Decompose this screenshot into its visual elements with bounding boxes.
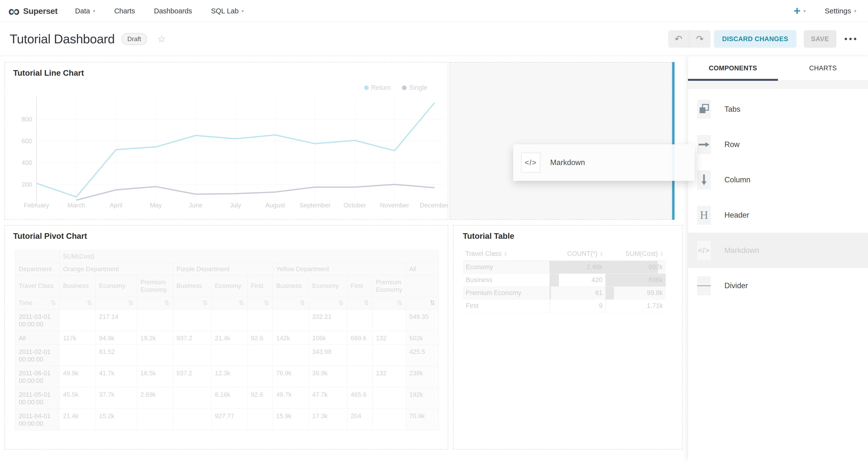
chevron-down-icon: ▾ (804, 8, 806, 14)
column-header-travel-class[interactable]: Travel Class▲▼ (463, 247, 550, 261)
pivot-value-cell: 47.7k (309, 388, 347, 409)
column-header-count[interactable]: COUNT(*)▲▼ (550, 247, 606, 261)
top-nav: ∞ Superset Data▾ChartsDashboardsSQL Lab▾… (0, 0, 868, 22)
pivot-value-cell (247, 345, 273, 366)
sidebar-item-tabs[interactable]: Tabs (688, 92, 868, 127)
nav-item-dashboards[interactable]: Dashboards (154, 7, 192, 15)
svg-text:April: April (110, 202, 122, 209)
sort-icon[interactable]: ⇅ (397, 299, 402, 307)
legend-label: Single (409, 84, 427, 92)
pivot-row-label: 2011-03-01 00:00:00 (15, 310, 60, 331)
cell-sum: 696k (606, 274, 666, 286)
pivot-sort-cell[interactable]: ⇅ (406, 297, 439, 310)
pivot-sort-cell[interactable]: ⇅ (373, 297, 406, 310)
line-chart-card[interactable]: Tutorial Line Chart 200400600800February… (4, 62, 448, 220)
sort-icon[interactable]: ⇅ (164, 299, 169, 307)
sidebar-strip (688, 81, 868, 89)
pivot-dimension-label: Travel Class (15, 276, 60, 297)
undo-button[interactable]: ↶ (668, 30, 689, 48)
cell-count: 420 (550, 274, 606, 286)
pivot-value-cell: 927.77 (212, 409, 247, 430)
legend-label: Return (371, 84, 391, 92)
legend-item-single[interactable]: Single (402, 84, 427, 92)
sidebar-item-markdown[interactable]: </>Markdown (688, 233, 868, 268)
sort-icon[interactable]: ⇅ (300, 299, 305, 307)
favorite-star-icon[interactable]: ☆ (157, 33, 166, 44)
pivot-class-header: Economy (309, 276, 347, 297)
pivot-value-cell: 92.6 (247, 331, 273, 345)
pivot-value-cell: 21.4k (212, 331, 247, 345)
pivot-value-cell: 92.6 (247, 388, 273, 409)
pivot-value-cell: 76.9k (273, 366, 309, 388)
sidebar-item-column[interactable]: Column (688, 162, 868, 197)
sort-carets-icon: ▲▼ (504, 251, 507, 256)
sort-icon[interactable]: ⇅ (203, 299, 208, 307)
pivot-value-cell (173, 388, 212, 409)
active-tab-underline (688, 79, 778, 81)
redo-button[interactable]: ↷ (689, 30, 711, 48)
sort-icon[interactable]: ⇅ (128, 299, 133, 307)
header-actions: ↶ ↷ DISCARD CHANGES SAVE (668, 30, 858, 48)
more-options-button[interactable] (843, 35, 858, 42)
nav-item-data[interactable]: Data▾ (75, 7, 95, 15)
cell-sum: 602k (606, 261, 666, 274)
pivot-sort-cell[interactable]: ⇅ (173, 297, 212, 310)
pivot-value-cell: 132 (373, 331, 406, 345)
sort-icon[interactable]: ⇅ (338, 299, 344, 307)
pivot-sort-cell[interactable]: ⇅ (309, 297, 347, 310)
settings-label: Settings (825, 7, 851, 15)
pivot-class-header: Economy (96, 276, 137, 297)
tab-charts[interactable]: CHARTS (778, 56, 868, 81)
pivot-table: SUM(Cost)DepartmentOrange DepartmentPurp… (15, 250, 439, 430)
sort-icon[interactable]: ⇅ (51, 299, 56, 307)
pivot-sort-cell[interactable]: ⇅ (273, 297, 309, 310)
sort-icon[interactable]: ⇅ (87, 299, 92, 307)
legend-item-return[interactable]: Return (364, 84, 391, 92)
pivot-group-header: Yellow Department (273, 263, 406, 276)
sidebar-item-row[interactable]: Row (688, 127, 868, 162)
empty-drop-zone[interactable] (450, 62, 672, 220)
pivot-value-cell (273, 310, 309, 331)
pivot-class-header (406, 276, 439, 297)
pivot-value-cell (247, 409, 273, 430)
redo-icon: ↷ (696, 34, 704, 44)
pivot-chart-body: SUM(Cost)DepartmentOrange DepartmentPurp… (5, 226, 448, 449)
sidebar-item-header[interactable]: HHeader (688, 197, 868, 233)
sort-icon[interactable]: ⇅ (264, 299, 269, 307)
sort-icon[interactable]: ⇅ (239, 299, 244, 307)
new-dropdown-button[interactable]: + ▾ (794, 6, 806, 16)
pivot-value-cell: 17.3k (309, 409, 347, 430)
pivot-sort-cell[interactable]: ⇅ (212, 297, 247, 310)
sort-icon[interactable]: ⇅ (430, 299, 435, 307)
sidebar-item-divider[interactable]: Divider (688, 268, 868, 303)
tab-components[interactable]: COMPONENTS (688, 56, 778, 81)
nav-item-charts[interactable]: Charts (114, 7, 135, 15)
sort-icon[interactable]: ⇅ (364, 299, 369, 307)
superset-logo[interactable]: ∞ Superset (8, 4, 58, 18)
pivot-value-cell: 238k (406, 366, 439, 388)
pivot-value-cell: 465.6 (347, 388, 373, 409)
pivot-sort-cell[interactable]: ⇅ (137, 297, 173, 310)
pivot-sort-cell[interactable]: ⇅ (347, 297, 373, 310)
svg-text:June: June (189, 202, 203, 209)
pivot-sort-cell[interactable]: ⇅ (60, 297, 96, 310)
pivot-class-header: Economy (212, 276, 247, 297)
chevron-down-icon: ▾ (854, 8, 856, 14)
nav-item-sql-lab[interactable]: SQL Lab▾ (211, 7, 244, 15)
settings-menu[interactable]: Settings ▾ (825, 7, 856, 15)
pivot-sort-cell[interactable]: ⇅ (247, 297, 273, 310)
column-header-sum-cost[interactable]: SUM(Cost)▲▼ (606, 247, 666, 261)
pivot-group-header: All (406, 263, 439, 276)
discard-changes-button[interactable]: DISCARD CHANGES (714, 30, 797, 48)
save-button[interactable]: SAVE (804, 30, 836, 48)
data-table-card[interactable]: Tutorial Table Travel Class▲▼COUNT(*)▲▼S… (453, 225, 683, 450)
sidebar-tabs: COMPONENTSCHARTS (688, 56, 868, 81)
svg-text:August: August (266, 202, 285, 209)
pivot-time-header[interactable]: Time⇅ (15, 297, 60, 310)
pivot-value-cell: 21.4k (60, 409, 96, 430)
drag-preview-markdown[interactable]: </> Markdown (513, 144, 695, 181)
pivot-sort-cell[interactable]: ⇅ (96, 297, 137, 310)
pivot-chart-card[interactable]: Tutorial Pivot Chart SUM(Cost)Department… (4, 225, 448, 450)
pivot-class-header: Business (173, 276, 212, 297)
pivot-data-row: 2011-05-01 00:00:0045.5k37.7k2.69k8.16k9… (15, 388, 439, 409)
